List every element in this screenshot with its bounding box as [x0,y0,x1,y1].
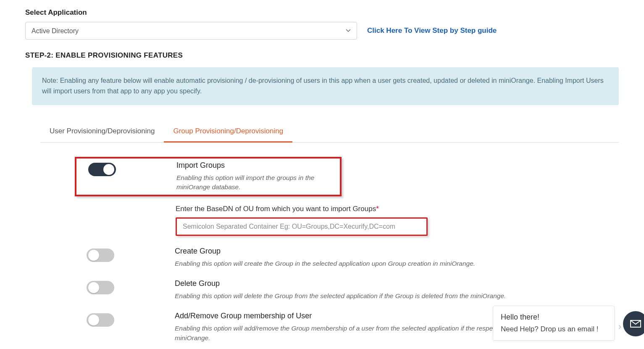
basedn-input[interactable] [176,217,428,236]
delete-group-row: Delete Group Enabling this option will d… [87,276,619,308]
create-group-desc: Enabling this option will create the Gro… [175,259,619,268]
provisioning-tabs: User Provisioning/Deprovisioning Group P… [40,122,619,143]
tab-user-provisioning[interactable]: User Provisioning/Deprovisioning [40,122,164,143]
import-groups-row: Import Groups Enabling this option will … [75,157,342,196]
delete-group-desc: Enabling this option will delete the Gro… [175,291,619,301]
step-heading: STEP-2: ENABLE PROVISIONING FEATURES [25,51,619,60]
chat-popup: Hello there! Need Help? Drop us an email… [493,306,615,341]
tab-group-provisioning[interactable]: Group Provisioning/Deprovisioning [164,122,292,143]
import-groups-title: Import Groups [176,161,336,170]
chat-arrow-icon: › [618,321,621,332]
create-group-toggle[interactable] [87,249,114,262]
create-group-row: Create Group Enabling this option will c… [87,243,619,276]
step-by-step-guide-link[interactable]: Click Here To View Step by Step guide [367,26,497,35]
chat-help-text: Need Help? Drop us an email ! [501,325,607,333]
member-group-toggle[interactable] [87,313,114,327]
import-groups-desc: Enabling this option will import the gro… [176,173,336,192]
delete-group-toggle[interactable] [87,281,114,294]
delete-group-title: Delete Group [175,279,619,288]
basedn-label: Enter the BaseDN of OU from which you wa… [176,205,619,213]
chat-greeting: Hello there! [501,313,607,322]
select-application-label: Select Application [25,8,619,17]
import-groups-toggle[interactable] [88,163,116,176]
provisioning-note: Note: Enabling any feature below will en… [32,67,619,105]
create-group-title: Create Group [175,247,619,256]
mail-icon [630,320,641,328]
chat-button[interactable] [623,311,644,336]
application-select[interactable]: Active Directory [25,22,357,40]
